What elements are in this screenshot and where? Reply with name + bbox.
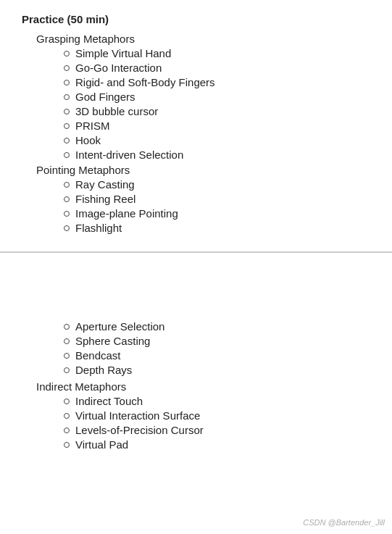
- list-item: 3D bubble cursor: [64, 105, 370, 117]
- bullet-circle-icon: [64, 413, 70, 419]
- list-item: Indirect Metaphors Indirect Touch Virtua…: [36, 380, 370, 451]
- indirect-metaphors-label: Indirect Metaphors: [36, 380, 126, 393]
- list-item: Ray Casting: [64, 178, 370, 191]
- item-label: Levels-of-Precision Cursor: [75, 424, 204, 436]
- item-label: Rigid- and Soft-Body Fingers: [75, 76, 215, 88]
- list-item: Indirect Touch: [64, 395, 370, 407]
- list-item: Fishing Reel: [64, 193, 370, 205]
- bullet-circle-icon: [64, 399, 70, 404]
- list-item: Bendcast: [64, 349, 370, 362]
- watermark: CSDN @Bartender_Jill: [303, 518, 385, 527]
- bullet-circle-icon: [64, 109, 70, 114]
- level1-list-bottom: Indirect Metaphors Indirect Touch Virtua…: [22, 380, 370, 451]
- grasping-metaphors-label: Grasping Metaphors: [36, 33, 135, 45]
- spacer: [0, 253, 392, 311]
- item-label: Virtual Pad: [75, 438, 128, 451]
- pointing-metaphors-label: Pointing Metaphors: [36, 164, 130, 176]
- list-item: Sphere Casting: [64, 335, 370, 347]
- list-item: Rigid- and Soft-Body Fingers: [64, 76, 370, 88]
- level1-list-top: Grasping Metaphors Simple Virtual Hand G…: [22, 33, 370, 234]
- list-item: Simple Virtual Hand: [64, 47, 370, 59]
- item-label: PRISM: [75, 120, 110, 132]
- bullet-circle-icon: [64, 152, 70, 158]
- item-label: Intent-driven Selection: [75, 149, 183, 161]
- bullet-circle-icon: [64, 338, 70, 344]
- page: Practice (50 min) Grasping Metaphors Sim…: [0, 0, 392, 534]
- item-label: Bendcast: [75, 349, 121, 362]
- item-label: Hook: [75, 134, 101, 146]
- item-label: Flashlight: [75, 222, 122, 234]
- item-label: Sphere Casting: [75, 335, 150, 347]
- item-label: God Fingers: [75, 91, 135, 103]
- bullet-circle-icon: [64, 94, 70, 100]
- list-item: Image-plane Pointing: [64, 207, 370, 220]
- top-section: Practice (50 min) Grasping Metaphors Sim…: [0, 0, 392, 251]
- pointing-children: Ray Casting Fishing Reel Image-plane Poi…: [36, 178, 370, 234]
- bullet-circle-icon: [64, 182, 70, 188]
- orphan-list: Aperture Selection Sphere Casting Bendca…: [22, 320, 370, 376]
- list-item: Pointing Metaphors Ray Casting Fishing R…: [36, 164, 370, 234]
- item-label: Image-plane Pointing: [75, 207, 178, 220]
- item-label: 3D bubble cursor: [75, 105, 158, 117]
- bullet-circle-icon: [64, 367, 70, 373]
- list-item: Grasping Metaphors Simple Virtual Hand G…: [36, 33, 370, 161]
- bottom-section: Aperture Selection Sphere Casting Bendca…: [0, 311, 392, 468]
- bullet-circle-icon: [64, 196, 70, 202]
- bullet-circle-icon: [64, 225, 70, 231]
- bullet-circle-icon: [64, 442, 70, 448]
- item-label: Indirect Touch: [75, 395, 143, 407]
- list-item: Virtual Interaction Surface: [64, 409, 370, 422]
- list-item: Levels-of-Precision Cursor: [64, 424, 370, 436]
- list-item: Aperture Selection: [64, 320, 370, 333]
- list-item: God Fingers: [64, 91, 370, 103]
- item-label: Simple Virtual Hand: [75, 47, 171, 59]
- item-label: Fishing Reel: [75, 193, 135, 205]
- item-label: Aperture Selection: [75, 320, 164, 333]
- list-item: Hook: [64, 134, 370, 146]
- bullet-circle-icon: [64, 123, 70, 129]
- item-label: Go-Go Interaction: [75, 62, 162, 74]
- bullet-circle-icon: [64, 65, 70, 71]
- indirect-children: Indirect Touch Virtual Interaction Surfa…: [36, 395, 370, 451]
- list-item: Go-Go Interaction: [64, 62, 370, 74]
- bullet-circle-icon: [64, 211, 70, 217]
- bullet-circle-icon: [64, 138, 70, 143]
- bullet-circle-icon: [64, 353, 70, 359]
- grasping-children: Simple Virtual Hand Go-Go Interaction Ri…: [36, 47, 370, 161]
- item-label: Depth Rays: [75, 364, 132, 376]
- bullet-circle-icon: [64, 51, 70, 57]
- list-item: Depth Rays: [64, 364, 370, 376]
- list-item: Virtual Pad: [64, 438, 370, 451]
- list-item: Intent-driven Selection: [64, 149, 370, 161]
- bullet-circle-icon: [64, 427, 70, 433]
- list-item: PRISM: [64, 120, 370, 132]
- item-label: Ray Casting: [75, 178, 135, 191]
- item-label: Virtual Interaction Surface: [75, 409, 200, 422]
- bullet-circle-icon: [64, 80, 70, 85]
- practice-title: Practice (50 min): [22, 13, 370, 25]
- list-item: Flashlight: [64, 222, 370, 234]
- bullet-circle-icon: [64, 324, 70, 330]
